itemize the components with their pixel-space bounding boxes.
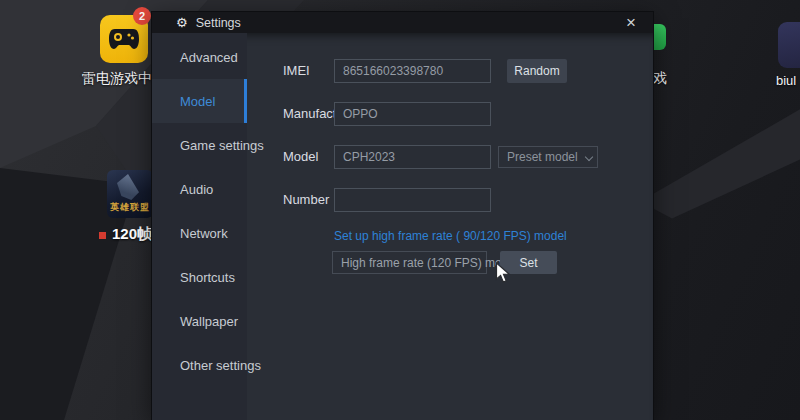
titlebar[interactable]: ⚙ Settings × [152,12,653,33]
model-input[interactable] [334,145,491,169]
lol-character-art [117,174,139,200]
preset-model-dropdown[interactable]: Preset model [498,146,598,168]
window-body: Advanced Model Game settings Audio Netwo… [152,33,653,420]
high-frame-rate-link[interactable]: Set up high frame rate ( 90/120 FPS) mod… [334,229,567,243]
gear-icon: ⚙ [176,16,188,29]
fps-text: 120帧 [112,225,152,242]
high-frame-rate-value: High frame rate (120 FPS) model [341,256,518,270]
sidebar-item-network[interactable]: Network [152,211,247,255]
model-label: Model [283,145,318,169]
random-button[interactable]: Random [507,59,567,83]
settings-sidebar: Advanced Model Game settings Audio Netwo… [152,33,247,420]
biu-app-label: biul [776,73,796,88]
sidebar-item-game-settings[interactable]: Game settings [152,123,247,167]
gamepad-icon [108,28,140,50]
chevron-down-icon [584,153,592,161]
high-frame-rate-dropdown[interactable]: High frame rate (120 FPS) model [332,251,487,274]
sidebar-item-shortcuts[interactable]: Shortcuts [152,255,247,299]
imei-label: IMEI [283,59,310,83]
manufacturer-input[interactable] [334,102,491,126]
biu-app-tile [778,22,800,68]
partial-game-label: 戏 [653,70,667,88]
close-icon[interactable]: × [621,14,641,31]
number-label: Number [283,188,329,212]
sidebar-item-other-settings[interactable]: Other settings [152,343,247,387]
desktop-icon-biu-app[interactable] [778,22,800,68]
sidebar-item-wallpaper[interactable]: Wallpaper [152,299,247,343]
red-dot-icon [99,232,106,239]
preset-model-value: Preset model [507,150,578,164]
settings-window: ⚙ Settings × Advanced Model Game setting… [152,12,653,420]
sidebar-item-model[interactable]: Model [152,79,247,123]
sidebar-item-advanced[interactable]: Advanced [152,35,247,79]
lol-game-tile: 英雄联盟 [107,170,153,218]
lol-icon-text: 英雄联盟 [107,201,153,214]
model-settings-panel: IMEI Random Manufacturer Model Preset mo… [247,33,653,420]
desktop-icon-game-center[interactable]: 2 [100,15,148,63]
notification-badge: 2 [133,7,151,25]
number-input[interactable] [334,188,491,212]
desktop-icon-lol-game[interactable]: 英雄联盟 [107,170,153,218]
set-button[interactable]: Set [500,251,557,274]
sidebar-item-audio[interactable]: Audio [152,167,247,211]
imei-input[interactable] [334,59,491,83]
window-title: Settings [196,16,241,30]
